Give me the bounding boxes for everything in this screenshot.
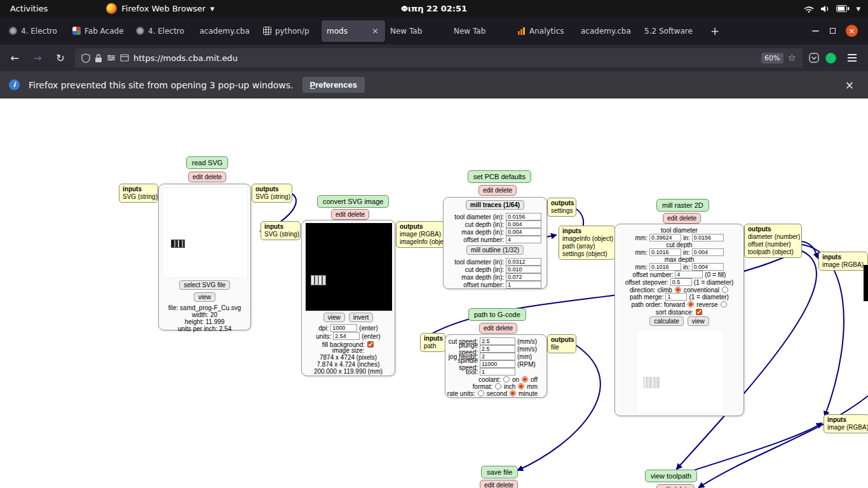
tab-electronics-2[interactable]: 4. Electro <box>131 20 194 42</box>
traces-cut-depth-input[interactable] <box>506 220 541 228</box>
traces-max-depth-input[interactable] <box>506 228 541 236</box>
node-title-path-gcode[interactable]: path to G-code <box>468 308 526 321</box>
bookmark-star-icon[interactable]: ☆ <box>788 52 796 64</box>
outline-cut-depth-input[interactable] <box>506 266 541 273</box>
port-outputs-read-svg[interactable]: outputs SVG (string) <box>252 184 292 203</box>
mill-traces-button[interactable]: mill traces (1/64) <box>466 200 524 210</box>
port-inputs-mill-raster[interactable]: inputs imageInfo (object) path (array) s… <box>559 226 615 260</box>
units-input[interactable] <box>333 332 360 340</box>
tracking-shield-icon[interactable] <box>81 53 90 63</box>
app-menu[interactable]: Firefox Web Browser ▾ <box>106 3 214 14</box>
node-title-save-file[interactable]: save file <box>481 466 518 478</box>
popup-blocked-icon[interactable] <box>120 54 129 62</box>
tab-new-1[interactable]: New Tab <box>385 20 449 42</box>
direction-conventional-radio[interactable] <box>722 287 728 293</box>
node-title-view-toolpath[interactable]: view toolpath <box>645 470 697 482</box>
edit-delete-save-file[interactable]: edit delete <box>480 480 518 488</box>
tab-academy-cba-2[interactable]: academy.cba <box>576 20 639 42</box>
calculate-button[interactable]: calculate <box>649 316 683 326</box>
edit-delete-view-toolpath[interactable]: edit delete <box>656 484 695 488</box>
port-inputs-right-b[interactable]: inputs image (RGBA) <box>824 414 868 433</box>
mill-outline-button[interactable]: mill outline (1/32) <box>466 245 524 255</box>
jog-height-input[interactable] <box>480 353 515 360</box>
spindle-speed-input[interactable] <box>480 360 515 368</box>
tab-new-2[interactable]: New Tab <box>449 20 512 42</box>
path-order-reverse-radio[interactable] <box>721 301 727 308</box>
offset-number-input[interactable] <box>675 271 703 278</box>
plunge-speed-input[interactable] <box>480 345 515 353</box>
traces-tool-diameter-input[interactable] <box>506 213 541 220</box>
path-merge-input[interactable] <box>665 293 687 301</box>
zoom-level-badge[interactable]: 60% <box>761 53 783 64</box>
direction-climb-radio[interactable] <box>675 287 681 293</box>
tab-python[interactable]: python/p <box>258 20 322 42</box>
node-title-pcb-defaults[interactable]: set PCB defaults <box>468 170 531 183</box>
new-tab-button[interactable]: + <box>707 23 723 39</box>
sort-distance-checkbox[interactable] <box>696 309 702 315</box>
port-outputs-mill-raster[interactable]: outputs diameter (number) offset (number… <box>744 224 802 258</box>
minimize-button[interactable]: − <box>811 25 820 37</box>
node-title-read-svg[interactable]: read SVG <box>186 156 228 169</box>
close-window-button[interactable]: × <box>846 25 858 37</box>
port-outputs-convert-svg[interactable]: outputs image (RGBA) imageInfo (object) <box>396 221 447 248</box>
edit-delete-path-gcode[interactable]: edit delete <box>479 323 517 334</box>
cut-speed-input[interactable] <box>480 337 515 345</box>
tab-fab-academy[interactable]: Fab Acade <box>67 20 131 42</box>
tab-analytics[interactable]: Analytics <box>512 20 576 42</box>
menu-hamburger-icon[interactable] <box>848 57 857 58</box>
extension-icon[interactable] <box>825 53 836 64</box>
outline-max-depth-input[interactable] <box>506 273 541 281</box>
mods-canvas[interactable]: read SVG edit delete inputs SVG (string)… <box>0 98 868 488</box>
edit-delete-convert-svg[interactable]: edit delete <box>331 209 369 220</box>
url-bar[interactable]: https://mods.cba.mit.edu 60% ☆ <box>75 48 803 67</box>
port-inputs-path-gcode[interactable]: inputs path <box>420 333 445 352</box>
preferences-button[interactable]: Preferences <box>302 77 365 93</box>
offset-stepover-input[interactable] <box>670 278 692 286</box>
coolant-off-radio[interactable] <box>522 376 528 383</box>
permissions-icon[interactable] <box>107 54 116 62</box>
rate-second-radio[interactable] <box>478 390 484 396</box>
maximize-button[interactable] <box>830 28 836 34</box>
outline-tool-diameter-input[interactable] <box>506 258 541 266</box>
tab-mods-active[interactable]: mods × <box>322 20 385 42</box>
port-inputs-right-a[interactable]: inputs image (RGBA) <box>818 252 868 271</box>
tool-diameter-in-input[interactable] <box>692 234 724 241</box>
max-depth-mm-input[interactable] <box>649 263 681 271</box>
port-outputs-pcb-defaults[interactable]: outputs settings <box>547 198 576 217</box>
view-image-button[interactable]: view <box>323 313 345 322</box>
port-outputs-path-gcode[interactable]: outputs file <box>547 334 576 353</box>
back-button[interactable]: ← <box>6 52 23 64</box>
reload-button[interactable]: ↻ <box>52 52 69 64</box>
port-inputs-read-svg[interactable]: inputs SVG (string) <box>119 184 158 203</box>
dpi-input[interactable] <box>330 324 357 332</box>
cut-depth-in-input[interactable] <box>692 248 724 256</box>
max-depth-in-input[interactable] <box>692 263 724 271</box>
view-svg-button[interactable]: view <box>194 292 215 302</box>
pocket-icon[interactable] <box>809 53 819 63</box>
coolant-on-radio[interactable] <box>503 376 510 383</box>
edit-delete-mill-raster[interactable]: edit delete <box>663 213 701 224</box>
system-tray[interactable]: ▾ <box>804 4 868 13</box>
edit-delete-pcb-defaults[interactable]: edit delete <box>478 185 517 196</box>
view-toolpath-preview-button[interactable]: view <box>688 316 709 326</box>
url-text[interactable]: https://mods.cba.mit.edu <box>133 53 238 63</box>
node-title-mill-raster[interactable]: mill raster 2D <box>656 199 709 212</box>
traces-offset-number-input[interactable] <box>506 236 541 243</box>
invert-image-button[interactable]: invert <box>349 313 373 322</box>
forward-button[interactable]: → <box>29 52 46 64</box>
lock-icon[interactable] <box>95 53 102 63</box>
tool-diameter-mm-input[interactable] <box>649 234 681 241</box>
path-order-forward-radio[interactable] <box>688 301 694 308</box>
outline-offset-number-input[interactable] <box>506 281 541 288</box>
port-inputs-convert-svg[interactable]: inputs SVG (string) <box>261 221 301 240</box>
select-svg-file-button[interactable]: select SVG file <box>179 280 230 290</box>
format-mm-radio[interactable] <box>518 383 524 390</box>
edit-delete-read-svg[interactable]: edit delete <box>188 172 226 182</box>
tab-close-icon[interactable]: × <box>370 26 380 36</box>
format-inch-radio[interactable] <box>495 383 501 390</box>
rate-minute-radio[interactable] <box>510 390 516 396</box>
activities-button[interactable]: Activities <box>0 4 58 13</box>
tab-software[interactable]: 5.2 Software <box>639 20 703 42</box>
cut-depth-mm-input[interactable] <box>649 248 681 256</box>
node-title-convert-svg[interactable]: convert SVG image <box>317 195 389 208</box>
